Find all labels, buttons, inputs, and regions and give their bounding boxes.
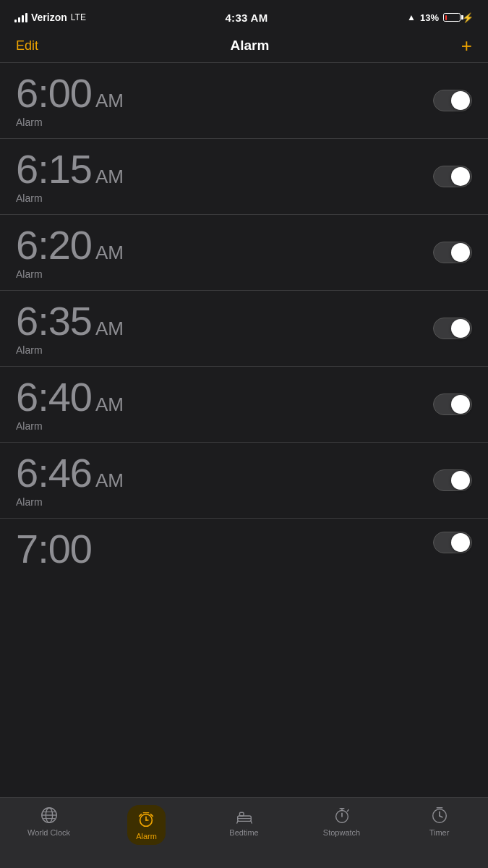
alarm-item: 6:46 AM Alarm [0,443,488,519]
battery-percent: 13% [420,12,439,23]
alarm-time: 6:35 [16,301,92,341]
alarm-item-partial: 7:00 [0,519,488,569]
alarm-ampm: AM [95,393,124,416]
tab-timer-label: Timer [429,828,450,837]
alarm-time: 6:00 [16,73,92,114]
alarm-toggle[interactable] [433,318,472,339]
status-right: ▲ 13% ⚡ [407,12,474,23]
status-bar: Verizon LTE 4:33 AM ▲ 13% ⚡ [0,0,488,32]
tab-bedtime-label: Bedtime [229,828,258,837]
tab-stopwatch-label: Stopwatch [323,828,360,837]
alarm-label: Alarm [16,268,124,280]
alarm-time: 6:46 [16,453,92,493]
alarm-item: 6:00 AM Alarm [0,63,488,139]
tab-alarm[interactable]: Alarm [98,804,195,845]
tab-timer[interactable]: Timer [390,804,488,837]
alarm-info: 6:35 AM Alarm [16,301,124,356]
alarm-ampm: AM [95,166,124,188]
alarm-time-partial: 7:00 [16,529,92,569]
svg-line-23 [440,816,442,817]
page-title: Alarm [230,38,269,54]
alarm-toggle[interactable] [433,242,472,263]
alarm-ampm: AM [95,242,124,264]
signal-icon [14,12,27,22]
tab-world-clock[interactable]: World Clock [0,804,98,837]
tab-bedtime[interactable]: Bedtime [195,804,293,837]
svg-line-20 [347,810,348,812]
battery-icon: ⚡ [443,12,474,23]
svg-rect-12 [239,812,244,816]
alarm-icon [136,809,156,830]
timer-icon [429,805,450,825]
status-time: 4:33 AM [225,12,267,24]
alarm-toggle[interactable] [433,469,472,491]
alarm-ampm: AM [95,90,124,112]
tab-alarm-label: Alarm [136,832,157,841]
alarm-info: 6:00 AM Alarm [16,73,124,128]
bedtime-icon [234,805,254,825]
alarm-time: 6:15 [16,149,92,190]
alarm-toggle[interactable] [433,90,472,111]
alarm-item: 6:35 AM Alarm [0,291,488,367]
nav-bar: Edit Alarm + [0,32,488,63]
alarm-ampm: AM [95,318,124,340]
network-label: LTE [71,12,86,22]
alarm-info: 6:40 AM Alarm [16,377,124,432]
alarm-info: 6:20 AM Alarm [16,225,124,280]
alarm-toggle[interactable] [433,393,472,415]
carrier-label: Verizon [31,12,67,23]
alarm-time: 6:40 [16,377,92,417]
alarm-item: 6:40 AM Alarm [0,367,488,443]
charging-icon: ⚡ [462,12,474,23]
add-alarm-button[interactable]: + [461,36,472,55]
alarm-label: Alarm [16,496,124,508]
alarm-toggle-partial[interactable] [433,532,472,553]
tab-world-clock-label: World Clock [27,828,70,837]
alarm-ampm: AM [95,469,124,492]
tab-stopwatch[interactable]: Stopwatch [293,804,390,837]
alarm-label: Alarm [16,420,124,432]
alarm-label: Alarm [16,344,124,356]
globe-icon [39,805,59,825]
alarm-toggle[interactable] [433,166,472,187]
alarm-label: Alarm [16,116,124,128]
alarm-info: 6:15 AM Alarm [16,149,124,204]
alarm-list: 6:00 AM Alarm 6:15 AM Alarm 6:20 AM [0,63,488,569]
alarm-info: 6:46 AM Alarm [16,453,124,508]
alarm-label: Alarm [16,192,124,204]
alarm-item: 6:15 AM Alarm [0,139,488,215]
status-left: Verizon LTE [14,12,86,23]
alarm-item: 6:20 AM Alarm [0,215,488,291]
svg-line-13 [236,821,237,823]
edit-button[interactable]: Edit [16,38,38,54]
svg-line-14 [251,821,252,823]
tab-bar: World Clock Alarm [0,797,488,868]
alarm-time: 6:20 [16,225,92,265]
location-icon: ▲ [407,12,416,22]
stopwatch-icon [332,805,352,825]
